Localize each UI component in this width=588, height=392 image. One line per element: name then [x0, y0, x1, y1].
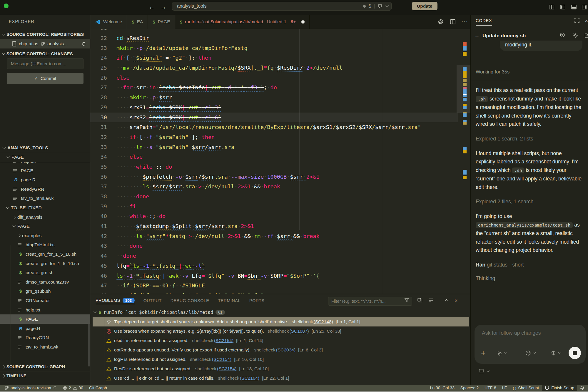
statusbar-item-analysis-tools-revision[interactable]: analysis-tools-revision [2, 385, 60, 391]
tree-item-page[interactable]: PAGE [0, 166, 90, 175]
tab-runinfo-cat-okidir-chipa[interactable]: $runInfo=`cat $okidir/chipatlas/lib/meta… [175, 15, 310, 29]
panel-tab-problems[interactable]: PROBLEMS103 [96, 298, 135, 304]
sync-icon[interactable] [81, 41, 86, 46]
tree-section-analysis-tools[interactable]: ANALYSIS_TOOLS [0, 143, 90, 153]
section-timeline[interactable]: TIMELINE [0, 371, 90, 380]
tree-sticky-folder-page[interactable]: PAGE [0, 153, 90, 162]
new-chat-icon[interactable] [584, 32, 588, 38]
statusbar-item-git-graph[interactable]: Git Graph [86, 385, 110, 391]
history-icon[interactable] [559, 32, 565, 38]
sidebar-scrollbar[interactable] [88, 324, 90, 366]
expand-icon[interactable] [574, 18, 580, 23]
tree-item-help-txt[interactable]: help.txt [0, 305, 90, 315]
command-center-search[interactable]: analysis_tools 5 [172, 2, 392, 11]
panel-tab-debug-console[interactable]: DEBUG CONSOLE [171, 298, 209, 304]
problem-row[interactable]: Use 'cd ... || exit' or 'cd ... || retur… [90, 373, 470, 383]
tab-welcome[interactable]: Welcome [90, 15, 127, 29]
more-actions-icon[interactable]: ··· [462, 19, 468, 24]
repo-row-chip-atlas[interactable]: chip-atlas analysis... [0, 39, 90, 48]
problem-code-link[interactable]: (SC2148) [314, 319, 333, 324]
tree-item-to-be-fixed[interactable]: TO_BE_FIXED [0, 203, 90, 212]
problem-code-link[interactable]: (SC2034) [276, 347, 295, 353]
problem-code-link[interactable]: (SC2154) [212, 357, 231, 362]
statusbar-item-bell[interactable] [577, 385, 587, 391]
tree-item-create-grn-sh[interactable]: $create_grn.sh [0, 268, 90, 277]
commit-button[interactable]: ✓Commit [7, 73, 83, 84]
split-editor-icon[interactable] [450, 19, 456, 25]
nav-back-icon[interactable]: ← [147, 2, 156, 12]
toggle-secondary-sidebar-icon[interactable] [580, 3, 588, 11]
tree-item-tsv-to-html-awk[interactable]: tsv_to_html.awk [0, 194, 90, 203]
filter-icon[interactable] [404, 298, 409, 303]
tab-ea[interactable]: $EA [127, 15, 148, 29]
environment-selector[interactable] [478, 369, 489, 373]
window-control-green[interactable] [4, 4, 9, 8]
statusbar-item-spaces-2[interactable]: Spaces: 2 [457, 385, 482, 391]
problem-code-link[interactable]: (SC1087) [289, 329, 309, 334]
stop-button[interactable] [569, 347, 581, 359]
toggle-panel-icon[interactable] [570, 3, 578, 11]
statusbar-item-lf[interactable]: LF [499, 385, 510, 391]
problems-filter-input[interactable]: Filter (e.g. text, **/*.ts, !**/n... [328, 297, 412, 306]
settings-gear-icon[interactable] [572, 32, 578, 38]
code-editor[interactable]: 2122cd·$ResDir23mkdir·-p·/data1/update_c… [90, 29, 470, 294]
commit-message-input[interactable]: Message (⌘Enter to com... [7, 58, 83, 69]
tree-item-page-r[interactable]: Rpage.R [0, 175, 90, 185]
tree-item-page-r[interactable]: Rpage.R [0, 324, 90, 333]
add-attachment-button[interactable]: + [481, 349, 485, 358]
tree-item-creat-grn-for-1-5-10-sh[interactable]: $creat_grn_for_1_5_10.sh [0, 249, 90, 259]
tree-item-readygrn[interactable]: ReadyGRN [0, 333, 90, 342]
panel-tab-ports[interactable]: PORTS [249, 298, 265, 304]
problem-code-link[interactable]: (SC2164) [240, 376, 259, 381]
followup-input[interactable]: Ask for follow-up changes + [475, 325, 586, 364]
update-button[interactable]: Update [412, 2, 437, 10]
section-source-control-graph[interactable]: SOURCE CONTROL: GRAPH [0, 362, 90, 371]
chevron-down-icon[interactable] [385, 4, 389, 7]
layout-grid-icon[interactable] [547, 3, 556, 11]
statusbar-item-finish-setup[interactable]: Finish Setup [542, 385, 577, 391]
toggle-sidebar-icon[interactable] [559, 3, 567, 11]
statusbar-item-utf-8[interactable]: UTF-8 [482, 385, 499, 391]
close-icon[interactable]: × [585, 18, 588, 24]
tree-item-grncreator[interactable]: GRNcreator [0, 296, 90, 305]
model-button[interactable] [525, 350, 535, 356]
tree-item-create-grn-for-1-5-10-sh[interactable]: $create_grn_for_1_5_10.sh [0, 259, 90, 268]
view-as-table-icon[interactable] [417, 298, 422, 303]
problem-row[interactable]: logF is referenced but not assigned.shel… [90, 355, 470, 364]
problem-row[interactable]: optRmdup appears unused. Verify use (or … [90, 345, 470, 355]
tree-item-diff-analysis[interactable]: diff_analysis [0, 212, 90, 222]
problem-row[interactable]: Tips depend on target shell and yours is… [93, 317, 469, 326]
nav-forward-icon[interactable]: → [159, 2, 168, 12]
tree-item-btbptohtml-txt[interactable]: btbpToHtml.txt [0, 240, 90, 249]
reasoning-button[interactable] [551, 350, 561, 356]
panel-tab-terminal[interactable]: TERMINAL [218, 298, 240, 304]
back-icon[interactable]: ← [474, 33, 480, 39]
tree-item-tsv-to-html-awk[interactable]: tsv_to_html.awk [0, 342, 90, 352]
close-panel-icon[interactable]: × [455, 298, 458, 304]
chat-sparkle-icon[interactable] [377, 4, 383, 9]
tree-item-page[interactable]: PAGE [0, 222, 90, 231]
problem-code-link[interactable]: (SC2154) [217, 366, 236, 371]
collapse-all-icon[interactable] [428, 298, 433, 303]
problem-row[interactable]: ResDir is referenced but not assigned.sh… [90, 364, 470, 373]
panel-tab-output[interactable]: OUTPUT [143, 298, 162, 304]
statusbar-item-shell-script[interactable]: { }Shell Script [510, 385, 542, 391]
tree-item-grn-qsub-sh[interactable]: $grn_qsub.sh [0, 287, 90, 296]
section-source-control-changes[interactable]: SOURCE CONTROL: CHANGES [0, 49, 90, 58]
statusbar-item-2[interactable]: 290 [60, 385, 86, 391]
modified-dot-icon[interactable] [301, 20, 305, 24]
tree-item-examples[interactable]: examples [0, 231, 90, 240]
tree-item-page[interactable]: $PAGE [0, 314, 90, 324]
openai-icon[interactable] [437, 19, 444, 25]
problems-file-group[interactable]: $runInfo=`cat $okidir/chipatlas/lib/meta… [90, 308, 470, 317]
tree-item-readygrn[interactable]: ReadyGRN [0, 185, 90, 194]
statusbar-item-ln-30-col-33[interactable]: Ln 30, Col 33 [427, 385, 457, 391]
tree-item-dmso-tam-count2-tsv[interactable]: dmso_tam.count2.tsv [0, 277, 90, 287]
problem-row[interactable]: Use braces when expanding arrays, e.g. $… [90, 326, 470, 336]
problem-row[interactable]: okidir is referenced but not assigned.sh… [90, 336, 470, 345]
maximize-panel-icon[interactable] [444, 298, 449, 303]
section-source-control-repositories[interactable]: SOURCE CONTROL: REPOSITORIES [0, 30, 90, 39]
problem-code-link[interactable]: (SC2154) [214, 338, 233, 343]
tab-page[interactable]: $PAGE [148, 15, 175, 29]
approval-mode-button[interactable] [497, 350, 507, 356]
